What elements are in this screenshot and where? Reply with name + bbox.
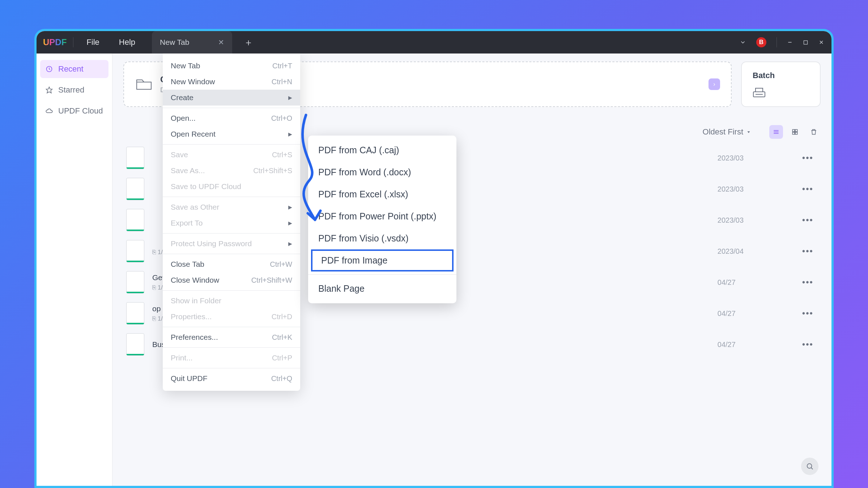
- more-icon[interactable]: •••: [798, 153, 818, 163]
- file-dropdown-menu: New TabCtrl+TNew WindowCtrl+NCreate▶Open…: [163, 53, 300, 391]
- chevron-right-icon: ▶: [288, 220, 292, 226]
- more-icon[interactable]: •••: [798, 277, 818, 287]
- close-window-icon[interactable]: [818, 39, 824, 45]
- grid-view-button[interactable]: [788, 125, 802, 139]
- menu-file[interactable]: File: [80, 35, 106, 49]
- file-date: 04/27: [718, 309, 790, 318]
- menu-item-print-: Print...Ctrl+P: [163, 350, 300, 366]
- file-date: 2023/04: [718, 247, 790, 256]
- menu-item-close-window[interactable]: Close WindowCtrl+Shift+W: [163, 272, 300, 288]
- submenu-item-pdf-from-word-docx-[interactable]: PDF from Word (.docx): [308, 161, 456, 183]
- menu-shortcut: Ctrl+W: [270, 260, 292, 269]
- app-body: Recent Starred UPDF Cloud Open File Drag…: [37, 53, 831, 486]
- submenu-item-pdf-from-image[interactable]: PDF from Image: [311, 249, 454, 271]
- menu-item-export-to: Export To▶: [163, 215, 300, 231]
- chevron-right-icon: ▶: [288, 241, 292, 247]
- sidebar-item-recent[interactable]: Recent: [40, 60, 109, 78]
- submenu-item-blank-page[interactable]: Blank Page: [308, 278, 456, 300]
- batch-title: Batch: [753, 71, 775, 80]
- more-icon[interactable]: •••: [798, 308, 818, 318]
- file-date: 04/27: [718, 278, 790, 287]
- file-thumbnail: [126, 209, 144, 231]
- menu-shortcut: Ctrl+P: [272, 354, 292, 362]
- menu-item-quit-updf[interactable]: Quit UPDFCtrl+Q: [163, 371, 300, 386]
- file-thumbnail: [126, 147, 144, 169]
- menu-separator: [163, 347, 300, 348]
- menu-item-new-window[interactable]: New WindowCtrl+N: [163, 74, 300, 90]
- submenu-item-pdf-from-power-point-pptx-[interactable]: PDF from Power Point (.pptx): [308, 205, 456, 227]
- more-icon[interactable]: •••: [798, 339, 818, 350]
- chevron-down-icon: [746, 129, 751, 134]
- app-logo: UPDF: [43, 37, 67, 47]
- menu-help[interactable]: Help: [112, 35, 142, 49]
- menu-item-save-as-: Save As...Ctrl+Shift+S: [163, 163, 300, 179]
- menu-separator: [163, 233, 300, 234]
- chevron-right-icon: ▶: [288, 204, 292, 210]
- add-tab-button[interactable]: ＋: [239, 36, 258, 49]
- submenu-item-pdf-from-visio-vsdx-[interactable]: PDF from Visio (.vsdx): [308, 227, 456, 249]
- menu-item-preferences-[interactable]: Preferences...Ctrl+K: [163, 329, 300, 345]
- minimize-icon[interactable]: [787, 39, 793, 45]
- submenu-item-pdf-from-excel-xlsx-[interactable]: PDF from Excel (.xlsx): [308, 183, 456, 205]
- sort-dropdown[interactable]: Oldest First: [703, 127, 751, 137]
- menu-item-open-[interactable]: Open...Ctrl+O: [163, 110, 300, 126]
- sidebar-item-label: Recent: [58, 64, 84, 74]
- more-icon[interactable]: •••: [798, 184, 818, 194]
- file-date: 2023/03: [718, 216, 790, 224]
- menu-item-label: Show in Folder: [171, 296, 221, 305]
- file-thumbnail: [126, 240, 144, 262]
- file-thumbnail: [126, 178, 144, 200]
- menu-item-open-recent[interactable]: Open Recent▶: [163, 126, 300, 142]
- sidebar-item-label: Starred: [58, 85, 84, 95]
- menu-item-label: New Window: [171, 77, 215, 86]
- menu-separator: [163, 197, 300, 197]
- sidebar-item-starred[interactable]: Starred: [40, 81, 109, 99]
- menu-item-create[interactable]: Create▶: [163, 90, 300, 106]
- main-content: Open File Drag and drop the file here to…: [112, 53, 831, 486]
- menu-separator: [163, 254, 300, 254]
- trash-button[interactable]: [807, 125, 821, 139]
- list-view-button[interactable]: [769, 125, 783, 139]
- menu-separator: [163, 327, 300, 327]
- menu-item-close-tab[interactable]: Close TabCtrl+W: [163, 256, 300, 272]
- chevron-right-icon: ▶: [288, 95, 292, 100]
- menu-separator: [163, 144, 300, 145]
- menu-separator: [163, 368, 300, 368]
- window-controls: B: [740, 37, 824, 47]
- view-controls: [769, 125, 821, 139]
- star-icon: [45, 86, 53, 94]
- avatar[interactable]: B: [756, 37, 766, 47]
- batch-card[interactable]: Batch: [741, 61, 821, 107]
- submenu-item-pdf-from-caj-caj-[interactable]: PDF from CAJ (.caj): [308, 139, 456, 161]
- sidebar: Recent Starred UPDF Cloud: [37, 53, 112, 486]
- menu-shortcut: Ctrl+D: [272, 313, 292, 321]
- menu-separator: [308, 274, 456, 275]
- menu-item-label: Properties...: [171, 312, 212, 321]
- svg-point-16: [807, 464, 812, 468]
- menu-item-label: Close Tab: [171, 260, 204, 269]
- menu-item-label: Create: [171, 93, 193, 102]
- maximize-icon[interactable]: [803, 40, 808, 45]
- file-date: 2023/03: [718, 185, 790, 193]
- tab-new[interactable]: New Tab ✕: [152, 31, 232, 53]
- menu-item-label: New Tab: [171, 61, 200, 70]
- close-icon[interactable]: ✕: [218, 38, 224, 47]
- file-thumbnail: [126, 302, 144, 325]
- tab-label: New Tab: [160, 38, 189, 47]
- chevron-down-icon[interactable]: [740, 39, 746, 46]
- menu-separator: [163, 290, 300, 291]
- menu-item-label: Save to UPDF Cloud: [171, 182, 241, 191]
- more-icon[interactable]: •••: [798, 215, 818, 225]
- search-fab[interactable]: [801, 458, 818, 475]
- menu-shortcut: Ctrl+Shift+W: [251, 276, 292, 284]
- menu-shortcut: Ctrl+K: [272, 333, 292, 342]
- more-icon[interactable]: •••: [798, 246, 818, 256]
- sidebar-item-cloud[interactable]: UPDF Cloud: [40, 102, 109, 120]
- menu-separator: [163, 108, 300, 108]
- menu-item-save-as-other: Save as Other▶: [163, 199, 300, 215]
- cloud-icon: [45, 107, 53, 115]
- menu-item-show-in-folder: Show in Folder: [163, 293, 300, 309]
- sidebar-item-label: UPDF Cloud: [58, 106, 103, 116]
- chevron-right-icon: ▶: [288, 131, 292, 137]
- menu-item-new-tab[interactable]: New TabCtrl+T: [163, 58, 300, 74]
